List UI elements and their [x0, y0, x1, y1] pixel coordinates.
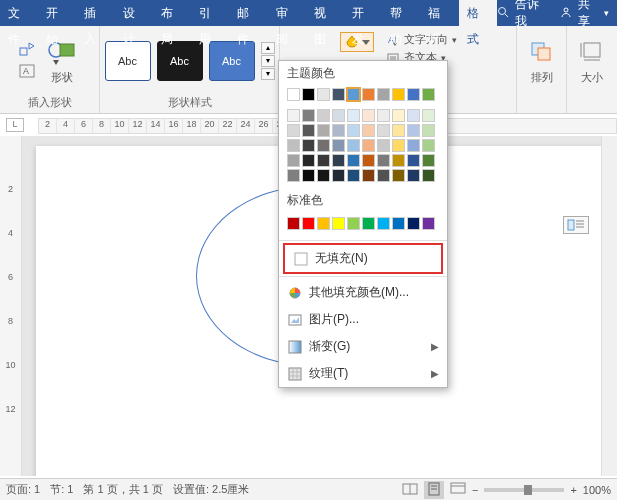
- color-swatch[interactable]: [332, 124, 345, 137]
- color-swatch[interactable]: [392, 124, 405, 137]
- style-scroll-down[interactable]: ▾: [261, 55, 275, 67]
- color-swatch[interactable]: [407, 154, 420, 167]
- tab-view[interactable]: 视图: [306, 0, 344, 26]
- tab-review[interactable]: 审阅: [268, 0, 306, 26]
- color-swatch[interactable]: [392, 154, 405, 167]
- color-swatch[interactable]: [377, 139, 390, 152]
- style-more[interactable]: ▾: [261, 68, 275, 80]
- color-swatch[interactable]: [377, 124, 390, 137]
- color-swatch[interactable]: [392, 169, 405, 182]
- color-swatch[interactable]: [362, 169, 375, 182]
- texture-fill-item[interactable]: 纹理(T) ▶: [279, 360, 447, 387]
- edit-shape-icon[interactable]: A: [18, 41, 36, 81]
- color-swatch[interactable]: [407, 139, 420, 152]
- status-position[interactable]: 设置值: 2.5厘米: [173, 482, 249, 497]
- more-fill-colors-item[interactable]: 其他填充颜色(M)...: [279, 279, 447, 306]
- tab-layout[interactable]: 布局: [153, 0, 191, 26]
- color-swatch[interactable]: [302, 139, 315, 152]
- color-swatch[interactable]: [407, 169, 420, 182]
- tab-mail[interactable]: 邮件: [229, 0, 267, 26]
- color-swatch[interactable]: [362, 217, 375, 230]
- color-swatch[interactable]: [422, 124, 435, 137]
- color-swatch[interactable]: [317, 217, 330, 230]
- color-swatch[interactable]: [302, 124, 315, 137]
- color-swatch[interactable]: [392, 217, 405, 230]
- color-swatch[interactable]: [362, 154, 375, 167]
- color-swatch[interactable]: [347, 169, 360, 182]
- color-swatch[interactable]: [362, 88, 375, 101]
- color-swatch[interactable]: [302, 154, 315, 167]
- zoom-value[interactable]: 100%: [583, 484, 611, 496]
- arrange-button[interactable]: 排列: [522, 36, 562, 85]
- color-swatch[interactable]: [302, 169, 315, 182]
- tab-format[interactable]: 格式: [459, 0, 497, 26]
- share-button[interactable]: 共享: [578, 0, 598, 30]
- color-swatch[interactable]: [392, 139, 405, 152]
- status-pages[interactable]: 第 1 页，共 1 页: [83, 482, 162, 497]
- color-swatch[interactable]: [347, 124, 360, 137]
- color-swatch[interactable]: [422, 139, 435, 152]
- zoom-out-button[interactable]: −: [472, 484, 478, 496]
- color-swatch[interactable]: [302, 217, 315, 230]
- color-swatch[interactable]: [287, 88, 300, 101]
- color-swatch[interactable]: [407, 88, 420, 101]
- color-swatch[interactable]: [422, 217, 435, 230]
- color-swatch[interactable]: [347, 217, 360, 230]
- color-swatch[interactable]: [392, 109, 405, 122]
- color-swatch[interactable]: [332, 139, 345, 152]
- tab-help[interactable]: 帮助: [382, 0, 420, 26]
- color-swatch[interactable]: [377, 88, 390, 101]
- color-swatch[interactable]: [317, 169, 330, 182]
- color-swatch[interactable]: [377, 154, 390, 167]
- layout-options-icon[interactable]: [563, 216, 589, 234]
- view-print-icon[interactable]: [424, 481, 444, 499]
- color-swatch[interactable]: [287, 124, 300, 137]
- color-swatch[interactable]: [287, 217, 300, 230]
- color-swatch[interactable]: [317, 109, 330, 122]
- color-swatch[interactable]: [287, 139, 300, 152]
- color-swatch[interactable]: [347, 88, 360, 101]
- color-swatch[interactable]: [347, 139, 360, 152]
- status-page[interactable]: 页面: 1: [6, 482, 40, 497]
- color-swatch[interactable]: [422, 109, 435, 122]
- tell-me-button[interactable]: 告诉我: [515, 0, 546, 30]
- tab-develop[interactable]: 开发: [344, 0, 382, 26]
- color-swatch[interactable]: [422, 88, 435, 101]
- color-swatch[interactable]: [287, 154, 300, 167]
- color-swatch[interactable]: [377, 169, 390, 182]
- color-swatch[interactable]: [287, 169, 300, 182]
- color-swatch[interactable]: [422, 169, 435, 182]
- tab-home[interactable]: 开始: [38, 0, 76, 26]
- view-read-icon[interactable]: [402, 482, 418, 498]
- vertical-ruler[interactable]: 24681012: [0, 136, 22, 476]
- color-swatch[interactable]: [332, 88, 345, 101]
- color-swatch[interactable]: [302, 88, 315, 101]
- zoom-slider[interactable]: [484, 488, 564, 492]
- gradient-fill-item[interactable]: 渐变(G) ▶: [279, 333, 447, 360]
- color-swatch[interactable]: [317, 124, 330, 137]
- color-swatch[interactable]: [302, 109, 315, 122]
- color-swatch[interactable]: [317, 154, 330, 167]
- tab-foxit[interactable]: 福昕: [420, 0, 458, 26]
- style-scroll-up[interactable]: ▴: [261, 42, 275, 54]
- color-swatch[interactable]: [377, 109, 390, 122]
- color-swatch[interactable]: [407, 109, 420, 122]
- tab-references[interactable]: 引用: [191, 0, 229, 26]
- color-swatch[interactable]: [347, 154, 360, 167]
- tab-design[interactable]: 设计: [115, 0, 153, 26]
- status-section[interactable]: 节: 1: [50, 482, 73, 497]
- color-swatch[interactable]: [347, 109, 360, 122]
- tab-selector[interactable]: L: [6, 118, 24, 132]
- size-button[interactable]: 大小: [572, 36, 612, 85]
- color-swatch[interactable]: [392, 88, 405, 101]
- color-swatch[interactable]: [362, 139, 375, 152]
- color-swatch[interactable]: [407, 217, 420, 230]
- color-swatch[interactable]: [422, 154, 435, 167]
- vertical-scrollbar[interactable]: [601, 136, 617, 476]
- color-swatch[interactable]: [287, 109, 300, 122]
- color-swatch[interactable]: [317, 139, 330, 152]
- color-swatch[interactable]: [377, 217, 390, 230]
- color-swatch[interactable]: [362, 109, 375, 122]
- color-swatch[interactable]: [332, 109, 345, 122]
- color-swatch[interactable]: [317, 88, 330, 101]
